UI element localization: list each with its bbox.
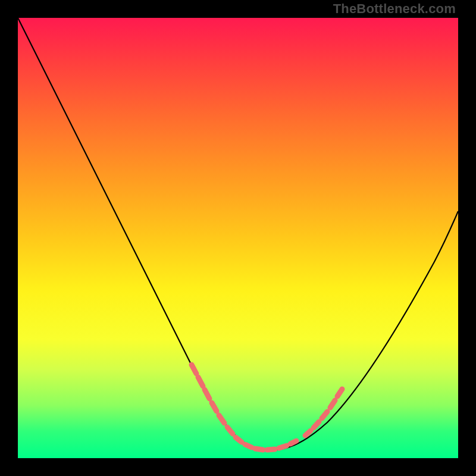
svg-line-1 xyxy=(198,377,203,386)
svg-line-12 xyxy=(305,431,311,436)
svg-line-16 xyxy=(337,389,342,396)
svg-line-9 xyxy=(267,449,275,450)
svg-line-7 xyxy=(245,444,252,447)
svg-line-6 xyxy=(236,437,242,442)
bottleneck-curve xyxy=(18,18,458,450)
svg-line-4 xyxy=(219,415,224,423)
curve-svg xyxy=(18,18,458,458)
svg-line-5 xyxy=(227,427,233,434)
plot-area xyxy=(18,18,458,458)
svg-line-3 xyxy=(212,403,217,411)
svg-line-13 xyxy=(314,422,319,428)
watermark-text: TheBottleneck.com xyxy=(333,1,456,17)
svg-line-11 xyxy=(290,441,296,444)
svg-line-0 xyxy=(192,365,196,374)
svg-line-15 xyxy=(330,400,335,408)
marker-group-left xyxy=(192,365,296,450)
svg-line-8 xyxy=(255,449,263,450)
svg-line-10 xyxy=(279,446,287,448)
svg-line-14 xyxy=(322,412,327,418)
svg-line-2 xyxy=(205,390,209,399)
